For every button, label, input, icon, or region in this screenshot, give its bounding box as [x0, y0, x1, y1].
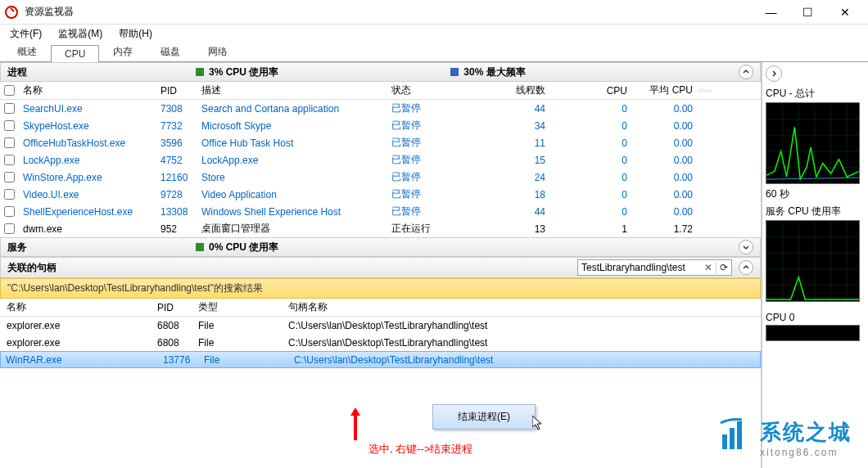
- logo-text: 系统之城: [760, 420, 852, 444]
- header-name[interactable]: 名称: [18, 82, 156, 99]
- collapse-processes-icon[interactable]: [739, 65, 753, 79]
- handles-table-body[interactable]: explorer.exe6808FileC:\Users\lan\Desktop…: [0, 317, 761, 368]
- section-services-title: 服务: [7, 241, 196, 254]
- process-checkbox[interactable]: [0, 187, 18, 201]
- handle-row[interactable]: explorer.exe6808FileC:\Users\lan\Desktop…: [0, 317, 761, 334]
- process-row[interactable]: WinStore.App.exe12160Store已暂停2400.00: [0, 169, 761, 186]
- handle-pid: 13776: [158, 353, 199, 367]
- process-checkbox[interactable]: [0, 205, 18, 218]
- handle-header-pid[interactable]: PID: [157, 302, 198, 313]
- logo-icon: [717, 416, 753, 460]
- process-row[interactable]: dwm.exe952桌面窗口管理器正在运行1311.72: [0, 220, 761, 237]
- header-checkbox[interactable]: [0, 83, 18, 97]
- handle-header-handle[interactable]: 句柄名称: [288, 300, 761, 314]
- process-pid: 4752: [156, 153, 197, 168]
- process-name: OfficeHubTaskHost.exe: [18, 136, 156, 151]
- handle-header-name[interactable]: 名称: [0, 300, 157, 314]
- process-avg: 1.72: [632, 222, 698, 236]
- process-name: SkypeHost.exe: [18, 119, 156, 133]
- process-checkbox[interactable]: [0, 101, 18, 115]
- handle-header-type[interactable]: 类型: [198, 300, 288, 314]
- process-cpu: 1: [550, 222, 632, 236]
- handle-row[interactable]: WinRAR.exe13776FileC:\Users\lan\Desktop\…: [0, 351, 761, 368]
- tab-disk[interactable]: 磁盘: [147, 42, 194, 61]
- header-cpu[interactable]: CPU: [550, 83, 632, 98]
- process-row[interactable]: OfficeHubTaskHost.exe3596Office Hub Task…: [0, 134, 761, 151]
- process-pid: 7732: [156, 119, 197, 133]
- process-status: 已暂停: [387, 134, 468, 151]
- handle-path: C:\Users\lan\Desktop\TestLibraryhandling…: [289, 353, 760, 367]
- process-status: 已暂停: [387, 169, 468, 186]
- close-button[interactable]: ✕: [826, 1, 863, 24]
- services-cpu-color-icon: [196, 243, 204, 251]
- annotation-arrow-icon: [349, 407, 362, 444]
- handle-path: C:\Users\lan\Desktop\TestLibraryhandling…: [288, 337, 761, 349]
- section-services-header[interactable]: 服务 0% CPU 使用率: [0, 237, 761, 257]
- handle-pid: 6808: [157, 320, 198, 331]
- context-menu-end-process[interactable]: 结束进程(E): [433, 405, 535, 429]
- tab-overview[interactable]: 概述: [3, 42, 51, 61]
- maximize-button[interactable]: ☐: [789, 1, 826, 24]
- header-avg[interactable]: 平均 CPU: [632, 82, 698, 99]
- process-pid: 9728: [156, 187, 197, 202]
- tab-memory[interactable]: 内存: [99, 42, 147, 61]
- process-threads: 24: [468, 170, 550, 185]
- process-desc: LockApp.exe: [197, 153, 387, 168]
- process-row[interactable]: ShellExperienceHost.exe13308Windows Shel…: [0, 203, 761, 220]
- processes-table-body[interactable]: SearchUI.exe7308Search and Cortana appli…: [0, 100, 761, 237]
- section-processes-header[interactable]: 进程 3% CPU 使用率 30% 最大频率: [0, 62, 761, 82]
- header-pid[interactable]: PID: [156, 83, 197, 98]
- process-checkbox[interactable]: [0, 136, 18, 150]
- graph-cpu0-label: CPU 0: [766, 312, 863, 323]
- collapse-services-icon[interactable]: [739, 240, 753, 254]
- process-checkbox[interactable]: [0, 153, 18, 167]
- process-threads: 44: [468, 101, 550, 116]
- process-row[interactable]: LockApp.exe4752LockApp.exe已暂停1500.00: [0, 151, 761, 169]
- process-row[interactable]: Video.UI.exe9728Video Application已暂停1800…: [0, 186, 761, 203]
- collapse-handles-icon[interactable]: [739, 260, 753, 275]
- handle-row[interactable]: explorer.exe6808FileC:\Users\lan\Desktop…: [0, 334, 761, 351]
- minimize-button[interactable]: —: [753, 1, 789, 24]
- header-status[interactable]: 状态: [387, 82, 468, 99]
- window-controls: — ☐ ✕: [753, 1, 863, 24]
- handle-name: explorer.exe: [0, 337, 157, 349]
- process-cpu: 0: [550, 170, 632, 185]
- process-name: SearchUI.exe: [18, 101, 156, 116]
- process-pid: 7308: [156, 101, 197, 116]
- tab-network[interactable]: 网络: [194, 42, 242, 61]
- menubar: 文件(F) 监视器(M) 帮助(H): [0, 25, 868, 43]
- process-row[interactable]: SearchUI.exe7308Search and Cortana appli…: [0, 100, 761, 117]
- process-cpu: 0: [550, 136, 632, 151]
- process-cpu: 0: [550, 187, 632, 202]
- search-icon[interactable]: ⟳: [716, 262, 731, 273]
- svg-rect-20: [737, 421, 742, 449]
- svg-rect-19: [730, 428, 735, 449]
- process-desc: Store: [197, 170, 387, 185]
- process-status: 已暂停: [387, 186, 468, 203]
- graph-service-cpu-label: 服务 CPU 使用率: [766, 205, 863, 218]
- process-checkbox[interactable]: [0, 119, 18, 133]
- header-desc[interactable]: 描述: [197, 82, 387, 99]
- process-status: 已暂停: [387, 203, 468, 220]
- handle-search-input[interactable]: [578, 262, 701, 273]
- process-row[interactable]: SkypeHost.exe7732Microsoft Skype已暂停3400.…: [0, 117, 761, 134]
- process-checkbox[interactable]: [0, 222, 18, 236]
- search-result-bar: "C:\Users\lan\Desktop\TestLibraryhandlin…: [0, 278, 761, 299]
- process-status: 已暂停: [387, 151, 468, 169]
- menu-help[interactable]: 帮助(H): [112, 25, 159, 43]
- clear-search-icon[interactable]: ✕: [701, 262, 716, 273]
- process-checkbox[interactable]: [0, 170, 18, 184]
- logo-watermark: 系统之城 xitong86.com: [717, 416, 852, 460]
- tab-cpu[interactable]: CPU: [51, 45, 99, 62]
- context-menu: 结束进程(E): [432, 404, 536, 430]
- process-threads: 13: [468, 222, 550, 236]
- menu-file[interactable]: 文件(F): [3, 25, 48, 43]
- process-desc: Search and Cortana application: [197, 101, 387, 116]
- menu-monitor[interactable]: 监视器(M): [52, 25, 109, 43]
- handle-path: C:\Users\lan\Desktop\TestLibraryhandling…: [288, 320, 761, 331]
- handle-type: File: [198, 320, 288, 331]
- expand-graphs-icon[interactable]: [766, 65, 782, 82]
- cpu-usage-color-icon: [196, 68, 204, 76]
- header-threads[interactable]: 线程数: [468, 82, 550, 99]
- max-freq-color-icon: [450, 68, 459, 76]
